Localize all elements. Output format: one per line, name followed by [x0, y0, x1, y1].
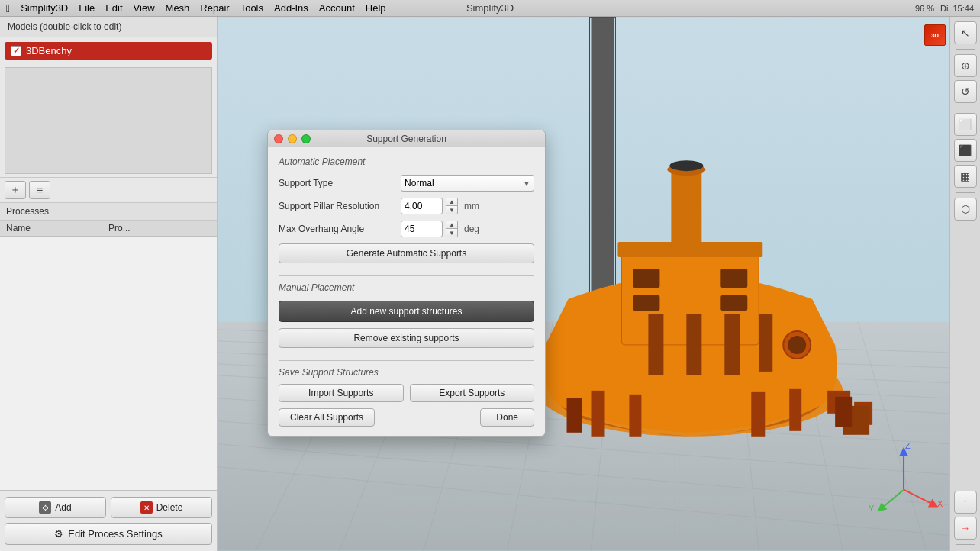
- support-generation-dialog: Support Generation Automatic Placement S…: [267, 130, 546, 437]
- maximize-button[interactable]: [301, 134, 311, 143]
- overhang-angle-input[interactable]: [401, 221, 443, 237]
- svg-text:Y: Y: [869, 504, 875, 513]
- dialog-footer: Clear All Supports Done: [279, 408, 534, 427]
- remove-supports-button[interactable]: Remove existing supports: [279, 328, 534, 348]
- app-window: Models (double-click to edit) ✓ 3DBenchy…: [0, 17, 980, 551]
- delete-process-button[interactable]: ✕ Delete: [111, 497, 212, 518]
- toolbar-separator-3: [956, 192, 975, 193]
- pillar-resolution-up[interactable]: ▲: [446, 198, 457, 206]
- dialog-title: Support Generation: [366, 134, 446, 144]
- toolbar-separator-4: [956, 544, 975, 545]
- toolbar-separator-1: [956, 49, 975, 50]
- pillar-resolution-input[interactable]: [401, 198, 443, 214]
- clock: Di. 15:44: [940, 4, 974, 13]
- overhang-unit: deg: [464, 224, 479, 234]
- menu-bar: Simplify3D File Edit View Mesh Repair To…: [21, 2, 385, 14]
- processes-title: Processes: [6, 206, 211, 217]
- done-button[interactable]: Done: [480, 408, 534, 427]
- delete-icon: ✕: [140, 501, 153, 514]
- z-axis-btn[interactable]: ↑: [954, 491, 977, 514]
- menu-file[interactable]: File: [79, 2, 95, 14]
- support-type-select[interactable]: Normal ▼: [401, 175, 534, 192]
- svg-point-28: [669, 160, 703, 171]
- overhang-down[interactable]: ▼: [446, 229, 457, 237]
- manual-placement-label: Manual Placement: [279, 282, 534, 293]
- rotate-view-btn[interactable]: ⊕: [954, 54, 977, 77]
- window-title: Simplify3D: [466, 2, 514, 14]
- support-type-label: Support Type: [279, 178, 401, 188]
- pillar-resolution-control: ▲ ▼ mm: [401, 198, 534, 214]
- menu-edit[interactable]: Edit: [105, 2, 122, 14]
- add-supports-button[interactable]: Add new support structures: [279, 301, 534, 322]
- menu-repair[interactable]: Repair: [200, 2, 229, 14]
- battery-status: 96 %: [915, 4, 934, 13]
- close-button[interactable]: [274, 134, 283, 143]
- auto-placement-label: Automatic Placement: [279, 156, 534, 167]
- export-supports-button[interactable]: Export Supports: [410, 384, 535, 402]
- menu-help[interactable]: Help: [366, 2, 386, 14]
- import-export-row: Import Supports Export Supports: [279, 384, 534, 402]
- menu-simplify3d[interactable]: Simplify3D: [21, 2, 68, 14]
- nav-cube[interactable]: 3D: [924, 24, 946, 46]
- svg-rect-35: [751, 392, 765, 437]
- models-list: ✓ 3DBenchy: [0, 37, 217, 64]
- svg-rect-34: [629, 395, 641, 437]
- menu-addins[interactable]: Add-Ins: [274, 2, 308, 14]
- menu-account[interactable]: Account: [319, 2, 355, 14]
- models-section-title: Models (double-click to edit): [0, 17, 217, 37]
- pillar-resolution-label: Support Pillar Resolution: [279, 201, 401, 211]
- svg-rect-31: [724, 314, 740, 375]
- perspective-btn[interactable]: ⬜: [954, 113, 977, 136]
- view-cube-btn[interactable]: ⬡: [954, 198, 977, 221]
- menu-mesh[interactable]: Mesh: [166, 2, 190, 14]
- support-type-value: Normal: [405, 178, 434, 188]
- overhang-angle-row: Max Overhang Angle ▲ ▼ deg: [279, 221, 534, 237]
- model-settings-btn[interactable]: ≡: [29, 181, 50, 199]
- processes-col-name: Name: [6, 223, 108, 234]
- pillar-resolution-unit: mm: [464, 201, 479, 211]
- pillar-resolution-down[interactable]: ▼: [446, 206, 457, 214]
- add-icon: ⚙: [39, 501, 51, 514]
- processes-section: Processes Name Pro...: [0, 203, 217, 490]
- model-name: 3DBenchy: [26, 45, 72, 56]
- right-toolbar: ↖ ⊕ ↺ ⬜ ⬛ ▦ ⬡ ↑ → 3D: [949, 17, 980, 551]
- svg-rect-45: [720, 295, 747, 311]
- processes-col-profile: Pro...: [108, 223, 211, 234]
- bottom-buttons: ⚙ Add ✕ Delete: [5, 497, 212, 518]
- sidebar-bottom: ⚙ Add ✕ Delete ⚙ Edit Process Settings: [0, 490, 217, 551]
- save-section-label: Save Support Structures: [279, 367, 534, 378]
- sidebar-toolbar: ＋ ≡: [0, 177, 217, 203]
- dialog-content: Automatic Placement Support Type Normal …: [268, 147, 545, 436]
- traffic-lights: [274, 134, 311, 143]
- model-item[interactable]: ✓ 3DBenchy: [5, 42, 212, 60]
- separator-2: [279, 360, 534, 361]
- cursor-tool-btn[interactable]: ↖: [954, 21, 977, 44]
- edit-process-settings-button[interactable]: ⚙ Edit Process Settings: [5, 523, 212, 545]
- title-bar-left:  Simplify3D File Edit View Mesh Repair …: [6, 2, 915, 14]
- svg-rect-43: [720, 269, 747, 288]
- add-model-btn[interactable]: ＋: [5, 181, 26, 199]
- menu-tools[interactable]: Tools: [240, 2, 263, 14]
- y-axis-btn[interactable]: →: [954, 517, 977, 540]
- overhang-up[interactable]: ▲: [446, 221, 457, 229]
- minimize-button[interactable]: [288, 134, 297, 143]
- viewport[interactable]: Z X Y: [218, 17, 949, 551]
- view-reset-btn[interactable]: ↺: [954, 80, 977, 103]
- svg-rect-36: [789, 389, 801, 431]
- processes-table-header: Name Pro...: [0, 221, 217, 237]
- svg-point-47: [788, 336, 806, 354]
- shaded-view-btn[interactable]: ⬛: [954, 139, 977, 162]
- title-bar-right: 96 % Di. 15:44: [915, 4, 974, 13]
- support-type-control: Normal ▼: [401, 175, 534, 192]
- clear-all-supports-button[interactable]: Clear All Supports: [279, 408, 375, 427]
- svg-rect-32: [759, 314, 772, 372]
- import-supports-button[interactable]: Import Supports: [279, 384, 404, 402]
- model-checkbox[interactable]: ✓: [11, 46, 21, 56]
- model-preview: [5, 67, 212, 174]
- add-process-button[interactable]: ⚙ Add: [5, 497, 106, 518]
- menu-view[interactable]: View: [134, 2, 155, 14]
- svg-rect-44: [633, 295, 659, 311]
- generate-supports-button[interactable]: Generate Automatic Supports: [279, 243, 534, 263]
- wireframe-view-btn[interactable]: ▦: [954, 165, 977, 188]
- dialog-titlebar: Support Generation: [268, 130, 545, 147]
